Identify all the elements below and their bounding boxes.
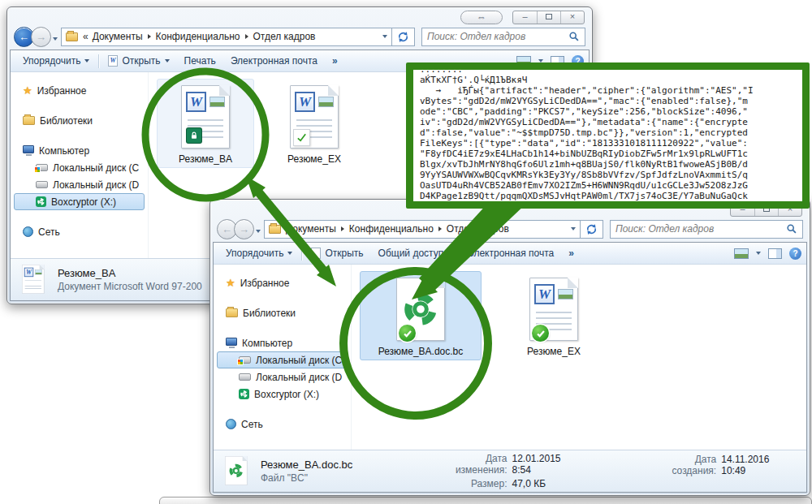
chevron-down-icon[interactable] [756,252,761,255]
organize-menu[interactable]: Упорядочить [218,244,300,262]
search-input[interactable]: Поиск: Отдел кадров [610,220,803,239]
file-rezyume-ba[interactable]: W Резюме_BA [157,79,254,168]
sidebar-item-disk-d[interactable]: Локальный диск (D [217,368,348,386]
file-rezyume-ba-doc-bc[interactable]: Резюме_BA.doc.bc [360,271,482,360]
sidebar-item-boxcryptor[interactable]: Boxcryptor (X:) [217,386,348,403]
encrypted-content-callout: ........ aЌТкХГ†G'.Q└ќД1ЪВкяЧ → іЂЃы{"ar… [406,62,810,209]
window1-titlebar[interactable]: ⇔ – × [7,7,592,25]
email-label: Электронная почта [467,248,554,259]
desktop: ⇔ – × ← → « Документы Конфиденциально От… [0,0,812,504]
sidebar-label: Библиотеки [40,115,93,127]
file-rezyume-ex[interactable]: W Резюме_EX [493,271,615,360]
address-dropdown-icon[interactable] [571,227,576,230]
open-label: Открыть [325,248,363,259]
breadcrumb-item-confidential[interactable]: Конфиденциально [349,223,434,235]
file-icon [311,248,321,259]
more-commands-button[interactable]: » [325,52,345,70]
text-lines-icon [25,280,41,290]
breadcrumb-item-hr[interactable]: Отдел кадров [253,31,316,42]
selected-file-name: Резюме_BA [58,267,202,279]
boxcryptor-logo-icon [403,291,438,327]
print-button[interactable]: Печать [177,52,223,70]
email-button[interactable]: Электронная почта [223,52,325,70]
breadcrumb-item-documents[interactable]: Документы [93,31,143,42]
address-dropdown-icon[interactable] [382,35,387,38]
breadcrumb-overflow[interactable]: « [83,31,89,42]
search-placeholder: Поиск: Отдел кадров [427,31,568,42]
sidebar-item-boxcryptor[interactable]: Boxcryptor (X:) [14,193,145,210]
open-menu[interactable]: Открыть [101,52,176,70]
encrypted-file-content: ........ aЌТкХГ†G'.Q└ќД1ЪВкяЧ → іЂЃы{"ar… [413,64,802,201]
chevron-down-icon [287,252,292,255]
recent-pages-dropdown[interactable] [53,29,58,44]
window1-address-row: ← → « Документы Конфиденциально Отдел ка… [7,25,592,50]
folder-icon [269,225,281,234]
open-button[interactable]: Открыть [304,244,370,262]
more-icon: » [568,248,574,259]
share-menu[interactable]: Общий доступ [371,244,460,262]
word-logo-icon: W [295,92,315,112]
views-icon[interactable] [734,248,749,259]
sidebar-label: Компьютер [242,338,292,349]
back-icon: ← [222,223,232,235]
file-icon-wrap: W [161,85,250,152]
forward-button[interactable]: → [31,27,51,47]
email-button[interactable]: Электронная почта [460,244,561,262]
network-icon [226,419,236,429]
breadcrumb-item-documents[interactable]: Документы [286,223,336,235]
sidebar-label: Сеть [38,226,60,238]
email-label: Электронная почта [231,55,317,67]
page-fold-icon [328,85,339,96]
sidebar-label: Boxcryptor (X:) [51,196,116,208]
refresh-button[interactable] [392,28,415,46]
breadcrumb-item-hr[interactable]: Отдел кадров [447,223,509,235]
sidebar-item-network[interactable]: Сеть [14,223,145,240]
sidebar-item-libraries[interactable]: Библиотеки [14,112,145,129]
drive-icon [239,373,251,381]
close-button[interactable]: × [560,11,584,24]
drive-icon [36,164,48,171]
sidebar-item-computer[interactable]: Компьютер [217,334,348,351]
window1-sidebar: ★Избранное Библиотеки Компьютер Локальны… [11,72,149,258]
recent-pages-dropdown[interactable] [256,222,261,236]
sidebar-item-disk-c[interactable]: Локальный диск (C [14,159,145,176]
drive-icon [36,181,48,188]
word-document-icon: W [181,85,230,149]
refresh-button[interactable] [581,220,603,239]
chevron-down-icon [53,37,58,41]
sync-check-badge-icon [399,325,416,342]
maximize-button[interactable] [537,11,560,24]
address-bar[interactable]: « Документы Конфиденциально Отдел кадров [61,28,392,46]
file-dates: Дата изменения: 12.01.2015 8:54 Размер: … [434,453,582,489]
sidebar-label: Локальный диск (C [53,162,139,174]
file-rezyume-ex[interactable]: W Резюме_EX [266,79,363,168]
minimize-button[interactable]: – [513,11,537,24]
windows-flag-icon [237,359,244,365]
organize-menu[interactable]: Упорядочить [15,52,97,70]
breadcrumb-item-confidential[interactable]: Конфиденциально [156,31,240,42]
sidebar-item-favorites[interactable]: ★Избранное [14,82,145,99]
help-icon[interactable]: ? [789,248,801,260]
preview-pane-icon[interactable] [768,248,782,259]
breadcrumb-separator-icon [438,226,442,231]
search-input[interactable]: Поиск: Отдел кадров [421,28,585,46]
sidebar-item-disk-d[interactable]: Локальный диск (D [14,176,145,193]
sidebar-item-network[interactable]: Сеть [217,416,348,433]
selected-file-icon [225,456,251,487]
selected-file-name: Резюме_BA.doc.bc [261,459,424,471]
boxcryptor-file-icon [396,278,445,341]
page-fold-icon [219,85,230,96]
sidebar-item-libraries[interactable]: Библиотеки [217,304,348,321]
sidebar-item-computer[interactable]: Компьютер [14,142,145,159]
encrypted-lock-badge-icon [187,128,201,143]
more-commands-button[interactable]: » [561,244,581,262]
address-bar[interactable]: Документы Конфиденциально Отдел кадров [264,220,581,239]
sidebar-item-disk-c[interactable]: Локальный диск (C [217,351,348,368]
toolbar-separator [301,247,302,261]
created-value: 14.11.2016 10:49 [721,454,795,476]
sidebar-item-favorites[interactable]: ★Избранное [217,274,348,291]
compatibility-button[interactable]: ⇔ [460,11,503,24]
forward-button[interactable]: → [234,219,254,239]
created-label: Дата создания: [649,454,716,476]
window2-toolbar-right: ? [734,248,801,260]
